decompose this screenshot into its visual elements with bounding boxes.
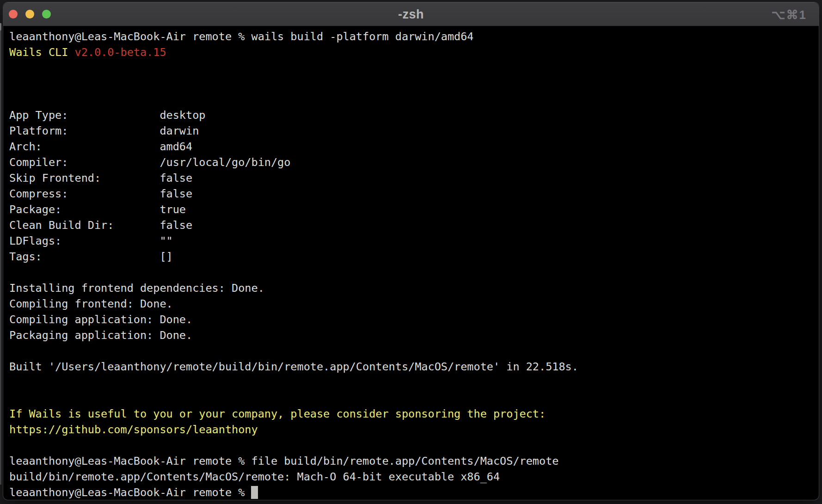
terminal-line: https://github.com/sponsors/leaanthony	[9, 422, 817, 437]
title-bar[interactable]: -zsh ⌥⌘1	[3, 2, 819, 26]
terminal-line: Wails CLI v2.0.0-beta.15	[9, 44, 817, 60]
desktop: -zsh ⌥⌘1 leaanthony@Leas-MacBook-Air rem…	[0, 0, 822, 504]
config-label: Compress:	[9, 187, 159, 200]
terminal-text-segment: Compiling application: Done.	[9, 313, 192, 326]
keyboard-shortcut-label: ⌥⌘1	[772, 2, 807, 26]
terminal-text-segment: build/bin/remote.app/Contents/MacOS/remo…	[9, 470, 500, 483]
terminal-window: -zsh ⌥⌘1 leaanthony@Leas-MacBook-Air rem…	[3, 2, 819, 500]
background-window-edge-highlight	[0, 23, 1, 31]
terminal-text-segment: Built '/Users/leaanthony/remote/build/bi…	[9, 360, 578, 373]
terminal-text-segment: Packaging application: Done.	[9, 329, 192, 342]
config-label: Platform:	[9, 124, 159, 137]
terminal-line: Packaging application: Done.	[9, 327, 817, 343]
config-value: amd64	[159, 140, 192, 153]
terminal-text-segment: leaanthony@Leas-MacBook-Air remote %	[9, 486, 251, 499]
terminal-line	[9, 375, 817, 390]
terminal-line	[9, 76, 817, 92]
config-label: Skip Frontend:	[9, 172, 159, 184]
config-label: App Type:	[9, 109, 159, 122]
terminal-line: Installing frontend dependencies: Done.	[9, 280, 817, 296]
terminal-line: Compiling frontend: Done.	[9, 296, 817, 312]
window-title: -zsh	[3, 2, 819, 26]
config-value: desktop	[159, 109, 205, 122]
terminal-line: Built '/Users/leaanthony/remote/build/bi…	[9, 359, 817, 375]
terminal-line: Clean Build Dir: false	[9, 217, 817, 233]
terminal-line: Package: true	[9, 202, 817, 217]
terminal-line: LDFlags: ""	[9, 233, 817, 249]
terminal-text-segment: leaanthony@Leas-MacBook-Air remote % wai…	[9, 30, 474, 43]
terminal-text-segment: Wails CLI	[9, 46, 74, 59]
config-value: /usr/local/go/bin/go	[159, 156, 290, 169]
config-value: ""	[159, 234, 172, 247]
terminal-text-segment: Compiling frontend: Done.	[9, 297, 173, 310]
terminal-line	[9, 92, 817, 107]
terminal-line: build/bin/remote.app/Contents/MacOS/remo…	[9, 469, 817, 485]
background-window-edge	[0, 23, 1, 485]
terminal-line: Skip Frontend: false	[9, 170, 817, 186]
config-label: Compiler:	[9, 156, 159, 169]
config-label: Clean Build Dir:	[9, 219, 159, 232]
terminal-output[interactable]: leaanthony@Leas-MacBook-Air remote % wai…	[3, 26, 819, 500]
terminal-line: Platform: darwin	[9, 123, 817, 139]
terminal-line: leaanthony@Leas-MacBook-Air remote % fil…	[9, 453, 817, 469]
terminal-line	[9, 60, 817, 76]
config-value: false	[159, 219, 192, 232]
terminal-text-segment: https://github.com/sponsors/leaanthony	[9, 423, 258, 436]
terminal-line: Tags: []	[9, 249, 817, 264]
terminal-line	[9, 264, 817, 280]
terminal-line: Compress: false	[9, 186, 817, 202]
terminal-line: Compiler: /usr/local/go/bin/go	[9, 154, 817, 170]
terminal-text-segment: Installing frontend dependencies: Done.	[9, 282, 264, 295]
config-value: false	[159, 187, 192, 200]
config-label: Package:	[9, 203, 159, 216]
terminal-line: Arch: amd64	[9, 139, 817, 154]
terminal-text-segment: leaanthony@Leas-MacBook-Air remote % fil…	[9, 455, 558, 467]
terminal-text-segment: If Wails is useful to you or your compan…	[9, 407, 546, 420]
terminal-text-segment: v2.0.0-beta.15	[74, 46, 166, 59]
config-value: true	[159, 203, 186, 216]
config-label: LDFlags:	[9, 234, 159, 247]
terminal-line: App Type: desktop	[9, 107, 817, 123]
terminal-line	[9, 343, 817, 359]
terminal-line	[9, 437, 817, 453]
terminal-line: Compiling application: Done.	[9, 312, 817, 327]
config-label: Arch:	[9, 140, 159, 153]
terminal-line: leaanthony@Leas-MacBook-Air remote %	[9, 485, 817, 500]
terminal-cursor	[251, 486, 258, 499]
config-value: []	[159, 250, 172, 263]
config-value: darwin	[159, 124, 199, 137]
config-value: false	[159, 172, 192, 184]
config-label: Tags:	[9, 250, 159, 263]
terminal-line	[9, 390, 817, 406]
terminal-line: leaanthony@Leas-MacBook-Air remote % wai…	[9, 29, 817, 44]
terminal-line: If Wails is useful to you or your compan…	[9, 406, 817, 422]
